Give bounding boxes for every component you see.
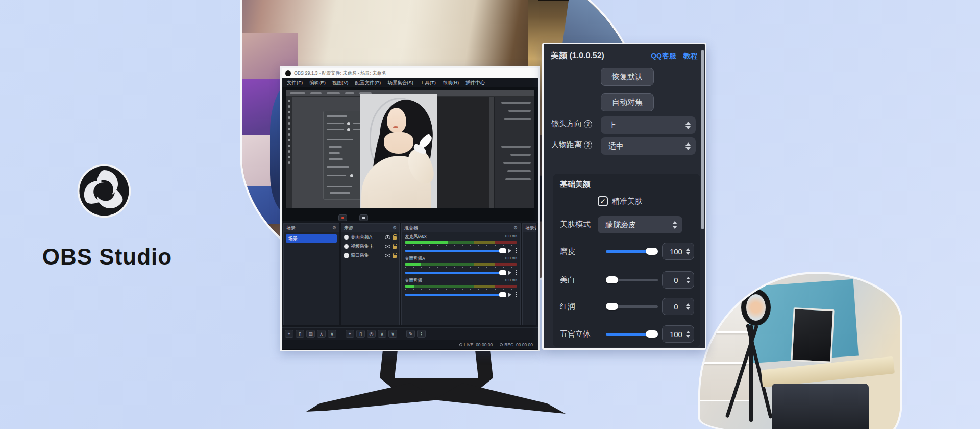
speaker-icon[interactable] xyxy=(508,293,513,297)
menu-profile[interactable]: 配置文件(P) xyxy=(355,80,381,86)
scene-item-selected[interactable]: 场景 xyxy=(286,234,337,243)
autofocus-button[interactable]: 自动对焦 xyxy=(601,93,654,111)
window-square-icon xyxy=(362,217,365,219)
mixer-channel: 桌面音频A0.0 dB xyxy=(402,254,520,276)
visibility-icon[interactable] xyxy=(385,235,390,239)
scenes-dock: 场景⚙ 场景 xyxy=(283,223,339,325)
visibility-icon[interactable] xyxy=(385,245,390,248)
volume-slider[interactable] xyxy=(405,272,506,274)
portrait-photo xyxy=(360,94,437,208)
scenes-settings-icon[interactable]: ⚙ xyxy=(332,225,336,230)
volume-slider[interactable] xyxy=(405,250,506,252)
rosy-value-box[interactable]: 0 xyxy=(662,298,694,315)
portrait-face xyxy=(387,108,406,133)
speaker-icon[interactable] xyxy=(508,271,513,275)
volume-meter xyxy=(405,241,517,244)
spinner-icon[interactable] xyxy=(667,217,682,233)
obs-logo xyxy=(76,162,133,220)
whitening-slider[interactable] xyxy=(606,279,658,281)
checkbox-checked-icon[interactable]: ✓ xyxy=(598,196,608,206)
preview-chip-record[interactable] xyxy=(338,214,347,221)
precise-skin-checkbox-row[interactable]: ✓ 精准美肤 xyxy=(598,196,643,206)
transitions-dock: 场景切换 xyxy=(522,223,536,325)
channel-menu-icon[interactable] xyxy=(516,292,517,297)
visibility-icon[interactable] xyxy=(385,254,390,257)
obs-app-icon xyxy=(285,70,291,76)
mixer-channel: 麦克风/Aux0.0 dB xyxy=(402,232,520,254)
panel-scrollbar[interactable] xyxy=(701,50,704,229)
face-3d-slider[interactable] xyxy=(606,333,658,336)
lock-icon[interactable] xyxy=(393,236,397,240)
obs-menubar: 文件(F) 编辑(E) 视图(V) 配置文件(P) 场景集合(S) 工具(T) … xyxy=(282,78,538,87)
remove-source-button[interactable]: ▯ xyxy=(356,330,365,338)
whitening-value-box[interactable]: 0 xyxy=(662,271,694,289)
scene-filters-button[interactable]: ▤ xyxy=(306,330,315,338)
source-properties-button[interactable]: ◎ xyxy=(367,330,376,338)
speaker-icon[interactable] xyxy=(508,249,513,253)
person-distance-dropdown[interactable]: 适中 xyxy=(601,137,696,155)
sources-settings-icon[interactable]: ⚙ xyxy=(393,225,397,230)
source-up-button[interactable]: ∧ xyxy=(378,330,386,338)
qq-support-link[interactable]: QQ客服 xyxy=(651,52,676,61)
source-row[interactable]: 视频采集卡 xyxy=(341,242,399,251)
smoothing-slider-row: 磨皮 100 xyxy=(560,242,694,260)
volume-slider[interactable] xyxy=(405,294,506,296)
obs-toolbar: + ▯ ▤ ∧ ∨ + ▯ ◎ ∧ ∨ ✎ ⋮ xyxy=(282,327,538,340)
scene-up-button[interactable]: ∧ xyxy=(317,330,326,338)
menu-plugin-center[interactable]: 插件中心 xyxy=(465,80,485,86)
menu-edit[interactable]: 编辑(E) xyxy=(309,80,326,86)
smoothing-slider[interactable] xyxy=(606,250,658,253)
add-scene-button[interactable]: + xyxy=(285,330,293,338)
lock-icon[interactable] xyxy=(393,246,397,249)
menu-file[interactable]: 文件(F) xyxy=(287,80,303,86)
captured-photoshop-window xyxy=(286,90,534,208)
studio-monitor xyxy=(791,307,834,363)
face-3d-value-box[interactable]: 100 xyxy=(662,325,694,343)
face-3d-slider-row: 五官立体 100 xyxy=(560,325,694,343)
more-button[interactable]: ⋮ xyxy=(417,330,426,338)
section-title: 基础美颜 xyxy=(560,180,591,189)
mixer-settings-icon[interactable]: ⚙ xyxy=(513,225,518,230)
tutorial-link[interactable]: 教程 xyxy=(683,52,698,61)
stepper-icon[interactable] xyxy=(686,248,690,255)
help-icon[interactable]: ? xyxy=(584,141,592,149)
skin-mode-dropdown[interactable]: 朦胧磨皮 xyxy=(598,216,682,233)
mixer-dock: 混音器⚙ 麦克风/Aux0.0 dB 桌面音频A0.0 dB 桌面音频0.0 d… xyxy=(401,223,521,325)
remove-scene-button[interactable]: ▯ xyxy=(296,330,304,338)
spinner-icon[interactable] xyxy=(680,117,695,133)
smoothing-value-box[interactable]: 100 xyxy=(662,243,694,260)
stepper-icon[interactable] xyxy=(686,331,690,338)
add-source-button[interactable]: + xyxy=(346,330,354,338)
rosy-slider[interactable] xyxy=(606,305,658,308)
channel-menu-icon[interactable] xyxy=(516,270,517,275)
scenes-title: 场景 xyxy=(286,225,296,231)
stepper-icon[interactable] xyxy=(686,277,690,283)
obs-window: OBS 29.1.3 - 配置文件: 未命名 - 场景: 未命名 文件(F) 编… xyxy=(280,66,540,351)
ps-toolbar xyxy=(286,97,292,208)
reset-defaults-button[interactable]: 恢复默认 xyxy=(601,68,654,86)
source-down-button[interactable]: ∨ xyxy=(388,330,397,338)
mixer-channel: 桌面音频0.0 dB xyxy=(402,276,520,298)
channel-menu-icon[interactable] xyxy=(516,248,517,253)
help-icon[interactable]: ? xyxy=(584,120,592,128)
menu-scene-collection[interactable]: 场景集合(S) xyxy=(387,80,413,86)
mixer-title: 混音器 xyxy=(404,225,418,231)
edit-button[interactable]: ✎ xyxy=(406,330,415,338)
lock-icon[interactable] xyxy=(393,255,397,258)
rec-status: REC: 00:00:00 xyxy=(504,342,533,347)
menu-help[interactable]: 帮助(H) xyxy=(443,80,459,86)
window-source-icon xyxy=(344,253,349,258)
camera-direction-dropdown[interactable]: 上 xyxy=(601,116,696,134)
spinner-icon[interactable] xyxy=(680,138,695,154)
scene-down-button[interactable]: ∨ xyxy=(328,330,336,338)
source-row[interactable]: 窗口采集 xyxy=(341,251,399,260)
live-status: LIVE: 00:00:00 xyxy=(464,342,493,347)
stepper-icon[interactable] xyxy=(686,303,690,310)
whitening-slider-row: 美白 0 xyxy=(560,271,694,289)
menu-view[interactable]: 视图(V) xyxy=(332,80,349,86)
preview-chip-window[interactable] xyxy=(359,214,368,221)
obs-preview xyxy=(282,87,538,221)
checkbox-label: 精准美肤 xyxy=(612,197,643,206)
menu-tools[interactable]: 工具(T) xyxy=(420,80,436,86)
source-row[interactable]: 桌面音频A xyxy=(341,232,399,242)
